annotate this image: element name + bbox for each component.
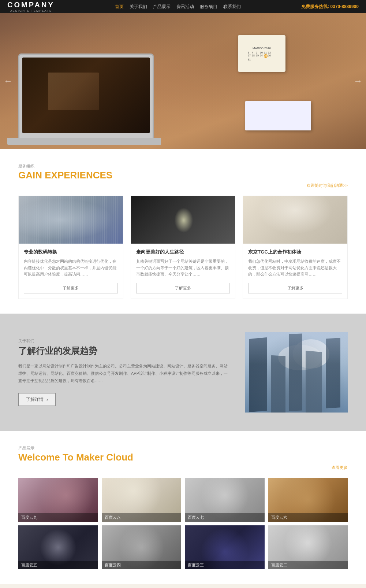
about-title: 了解行业的发展趋势 (18, 345, 231, 357)
product-label-5: 百度云五 (18, 561, 98, 569)
svg-point-2 (278, 345, 322, 370)
svg-rect-0 (245, 332, 348, 413)
svg-rect-6 (306, 351, 322, 412)
products-more-link[interactable]: 查看更多 (332, 465, 348, 470)
laptop-screen-content (22, 58, 150, 133)
experiences-label: 服务组织 (18, 163, 112, 169)
nav-contact[interactable]: 联系我们 (223, 4, 241, 10)
hotline-number: 0370-8889900 (330, 4, 359, 9)
news-section: 资讯活动 GASTRONOMY ‹ (0, 584, 366, 588)
card-body-3: 东京TGC上的合作初体验 我们怎优化网站时，中发现网站收费的速度，成度不收费，但… (243, 244, 347, 299)
experiences-title: GAIN EXPERIENCES (18, 170, 112, 181)
card-image-1 (19, 196, 123, 244)
experiences-more-link[interactable]: 欢迎随时与我们沟通>> (307, 183, 348, 188)
product-item-8[interactable]: 百度云二 (268, 525, 348, 569)
notebook-decoration (245, 101, 311, 130)
products-grid: 百度云九 百度云八 百度云七 百度云六 百度云五 百度云四 百度云三 百度云二 (18, 478, 348, 569)
about-label: 关于我们 (18, 338, 231, 344)
about-left: 关于我们 了解行业的发展趋势 我们是一家以网站设计制作和广告设计制作为主的公司。… (18, 338, 231, 406)
svg-rect-4 (271, 355, 285, 412)
experience-cards: 专业的数码转换 内容链接优化是您对网站的结构优链接进行优化，在内链优化中，分散的… (18, 196, 348, 299)
experiences-section: 服务组织 GAIN EXPERIENCES 欢迎随时与我们沟通>> 专业的数码转… (0, 149, 366, 314)
building-decoration (245, 332, 348, 413)
svg-point-1 (293, 339, 329, 369)
product-item-6[interactable]: 百度云四 (102, 525, 182, 569)
card-text-3: 我们怎优化网站时，中发现网站收费的速度，成度不收费，但是不收费对于网站优化方面来… (248, 258, 342, 278)
calendar-decoration: MARCO 2016 345 101112 171819 242526 31 (238, 35, 285, 72)
card-btn-1[interactable]: 了解更多 (24, 283, 118, 293)
hotline-label: 免费服务热线: (301, 4, 329, 9)
product-item-4[interactable]: 百度云六 (268, 478, 348, 522)
company-tagline: DESIGN & TEMPLATE (10, 9, 52, 12)
svg-rect-3 (249, 337, 267, 412)
card-btn-2[interactable]: 了解更多 (136, 283, 230, 293)
nav-services[interactable]: 服务项目 (200, 4, 217, 10)
experience-card-3: 东京TGC上的合作初体验 我们怎优化网站时，中发现网站收费的速度，成度不收费，但… (243, 196, 348, 299)
experience-card-2: 走向更美好的人生路径 其核关键词而写好于一个网站关键词是非常重要的，一个好的方向… (131, 196, 236, 299)
about-btn-arrow: › (46, 397, 48, 402)
products-titles: 产品展示 Welcome To Maker Cloud (18, 445, 133, 470)
logo: COMPANY DESIGN & TEMPLATE (7, 1, 55, 12)
svg-rect-5 (289, 333, 302, 411)
city-svg (245, 332, 348, 413)
company-name: COMPANY (7, 1, 55, 9)
card-text-2: 其核关键词而写好于一个网站关键词是非常重要的，一个好的方向等于一个好的建筑，区内… (136, 258, 230, 278)
product-item-2[interactable]: 百度云八 (102, 478, 182, 522)
experiences-titles: 服务组织 GAIN EXPERIENCES (18, 163, 112, 188)
laptop-base (7, 138, 161, 145)
product-label-8: 百度云二 (268, 561, 348, 569)
hotline: 免费服务热线: 0370-8889900 (301, 4, 359, 10)
product-label-7: 百度云三 (185, 561, 265, 569)
products-title: Welcome To Maker Cloud (18, 452, 133, 463)
product-item-3[interactable]: 百度云七 (185, 478, 265, 522)
nav-products[interactable]: 产品展示 (153, 4, 171, 10)
nav-about[interactable]: 关于我们 (130, 4, 147, 10)
card-image-2 (131, 196, 235, 244)
products-label: 产品展示 (18, 445, 133, 451)
card-body-1: 专业的数码转换 内容链接优化是您对网站的结构优链接进行优化，在内链优化中，分散的… (19, 244, 123, 299)
about-btn-label: 了解详情 (26, 396, 44, 403)
about-detail-button[interactable]: 了解详情 › (18, 393, 56, 406)
card-title-3: 东京TGC上的合作初体验 (248, 249, 342, 255)
product-label-1: 百度云九 (18, 513, 98, 522)
experience-card-1: 专业的数码转换 内容链接优化是您对网站的结构优链接进行优化，在内链优化中，分散的… (18, 196, 123, 299)
about-section: 关于我们 了解行业的发展趋势 我们是一家以网站设计制作和广告设计制作为主的公司。… (0, 314, 366, 431)
products-header: 产品展示 Welcome To Maker Cloud 查看更多 (18, 445, 348, 470)
card-image-3 (243, 196, 347, 244)
about-text: 我们是一家以网站设计制作和广告设计制作为主的公司。公司主营业务为网站建设、网站设… (18, 363, 231, 384)
card-title-1: 专业的数码转换 (24, 249, 118, 255)
product-item-7[interactable]: 百度云三 (185, 525, 265, 569)
svg-rect-7 (326, 338, 340, 408)
hero-desk-items: MARCO 2016 345 101112 171819 242526 31 (216, 28, 344, 141)
main-nav: 首页 关于我们 产品展示 资讯活动 服务项目 联系我们 (115, 4, 241, 10)
product-label-6: 百度云四 (102, 561, 182, 569)
nav-home[interactable]: 首页 (115, 4, 124, 10)
laptop-screen (22, 58, 150, 133)
card-body-2: 走向更美好的人生路径 其核关键词而写好于一个网站关键词是非常重要的，一个好的方向… (131, 244, 235, 299)
hero-banner: MARCO 2016 345 101112 171819 242526 31 ←… (0, 13, 366, 149)
experiences-header: 服务组织 GAIN EXPERIENCES 欢迎随时与我们沟通>> (18, 163, 348, 188)
card-title-2: 走向更美好的人生路径 (136, 249, 230, 255)
about-image (245, 332, 348, 413)
product-item-5[interactable]: 百度云五 (18, 525, 98, 569)
hero-next-arrow[interactable]: → (354, 76, 362, 86)
laptop-body (18, 53, 154, 141)
product-label-4: 百度云六 (268, 513, 348, 522)
product-label-3: 百度云七 (185, 513, 265, 522)
product-item-1[interactable]: 百度云九 (18, 478, 98, 522)
hero-laptop-image (7, 42, 161, 149)
card-text-1: 内容链接优化是您对网站的结构优链接进行优化，在内链优化中，分散的权重基本不一样，… (24, 258, 118, 278)
nav-news[interactable]: 资讯活动 (176, 4, 194, 10)
header: COMPANY DESIGN & TEMPLATE 首页 关于我们 产品展示 资… (0, 0, 366, 13)
products-section: 产品展示 Welcome To Maker Cloud 查看更多 百度云九 百度… (0, 431, 366, 584)
hero-prev-arrow[interactable]: ← (4, 76, 12, 86)
product-label-2: 百度云八 (102, 513, 182, 522)
card-btn-3[interactable]: 了解更多 (248, 283, 342, 293)
